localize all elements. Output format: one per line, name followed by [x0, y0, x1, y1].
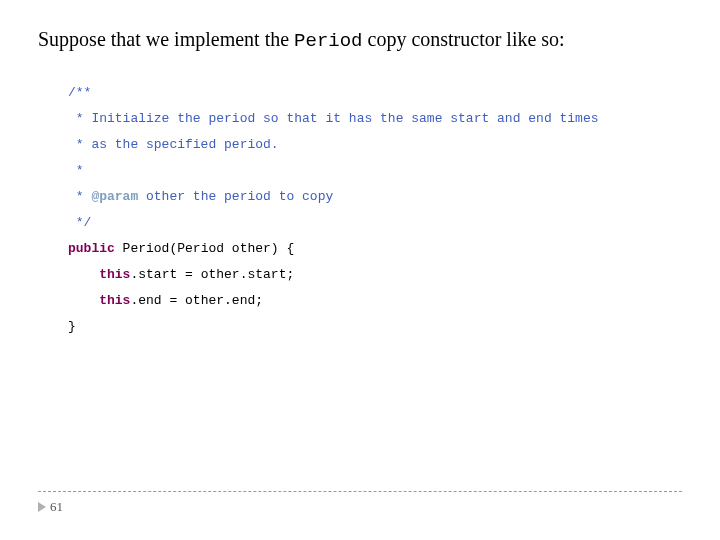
title-mono: Period	[294, 30, 362, 52]
svg-marker-0	[38, 502, 46, 512]
code-indent	[68, 293, 99, 308]
code-keyword: this	[99, 293, 130, 308]
code-comment: * as the specified period.	[68, 137, 279, 152]
slide-title: Suppose that we implement the Period cop…	[38, 28, 682, 52]
slide: Suppose that we implement the Period cop…	[0, 0, 720, 540]
code-text: }	[68, 319, 76, 334]
code-keyword: this	[99, 267, 130, 282]
code-block: /** * Initialize the period so that it h…	[68, 80, 682, 340]
code-indent	[68, 267, 99, 282]
code-text: .end = other.end;	[130, 293, 263, 308]
footer: 61	[38, 491, 682, 516]
javadoc-tag: @param	[91, 189, 138, 204]
triangle-icon	[38, 502, 46, 512]
title-prefix: Suppose that we implement the	[38, 28, 294, 50]
code-comment: *	[68, 189, 91, 204]
code-comment: other the period to copy	[138, 189, 333, 204]
code-comment: * Initialize the period so that it has t…	[68, 111, 599, 126]
code-comment: /**	[68, 85, 91, 100]
code-comment: */	[68, 215, 91, 230]
code-text: .start = other.start;	[130, 267, 294, 282]
code-comment: *	[68, 163, 91, 178]
code-text: Period(Period other) {	[115, 241, 294, 256]
page-number: 61	[38, 499, 63, 515]
code-keyword: public	[68, 241, 115, 256]
page-number-value: 61	[50, 499, 63, 515]
title-suffix: copy constructor like so:	[363, 28, 565, 50]
